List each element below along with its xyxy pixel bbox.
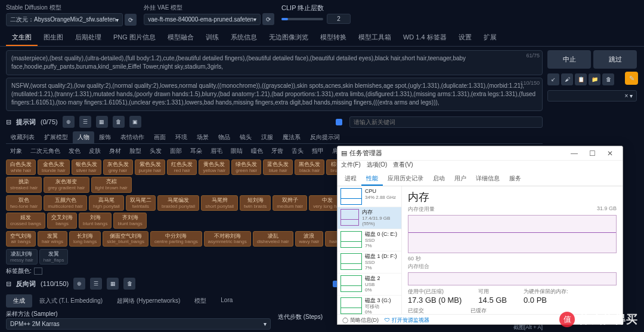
tag-chip[interactable]: 银色头发silver hair: [72, 159, 101, 175]
tag-chip[interactable]: 发翼hair wings: [38, 231, 67, 247]
tm-tab[interactable]: 应用历史记录: [383, 173, 428, 186]
main-tab-2[interactable]: 后期处理: [69, 30, 107, 46]
tm-tab[interactable]: 性能: [361, 173, 383, 186]
gen-tab[interactable]: Lora: [213, 294, 240, 308]
sub-tab[interactable]: 二次元角色: [26, 145, 64, 157]
tag-chip[interactable]: 姬发crossed bangs: [6, 213, 45, 228]
neg-btn-4[interactable]: 🗑: [123, 278, 135, 290]
main-tab-0[interactable]: 文生图: [6, 30, 38, 46]
main-tab-5[interactable]: 训练: [200, 30, 225, 46]
tm-tab[interactable]: 用户: [450, 173, 471, 186]
cat-tab[interactable]: 服饰: [94, 131, 116, 143]
cat-tab[interactable]: 收藏列表: [6, 131, 39, 143]
main-tab-1[interactable]: 图生图: [38, 30, 69, 46]
tag-chip[interactable]: 绿色头发green hair: [231, 159, 261, 175]
tag-chip[interactable]: 发翼hair_flaps: [39, 249, 69, 265]
tag-chip[interactable]: 亮棕light brown hair: [91, 177, 132, 192]
sub-tab[interactable]: 指甲: [308, 145, 328, 157]
positive-prompt[interactable]: 61/75 (masterpiece),(best quality),(ultr…: [6, 50, 543, 75]
interrupt-button[interactable]: 中止: [547, 50, 591, 69]
tag-btn-5[interactable]: ▣: [129, 116, 141, 128]
tag-chip[interactable]: 短刘海twin braids: [240, 195, 271, 211]
tag-chip[interactable]: 中分刘海centre parting bangs: [150, 231, 202, 247]
tag-chip[interactable]: 五颜六色multicolored hair: [44, 195, 87, 211]
tag-chip[interactable]: 不对称刘海asymmetric bangs: [204, 231, 251, 247]
tm-tab[interactable]: 进程: [340, 173, 361, 186]
tm-menu-item[interactable]: 文件(F): [341, 161, 361, 173]
tag-chip[interactable]: 白色头发white hair: [6, 159, 36, 175]
gen-tab[interactable]: 生成: [6, 294, 32, 308]
tag-chip[interactable]: 挑染streaked hair: [6, 177, 42, 192]
tag-chip[interactable]: 马尾辫short ponytail: [201, 195, 238, 211]
tm-menu-item[interactable]: 查看(V): [393, 161, 413, 173]
sub-tab[interactable]: 牙齿: [267, 145, 287, 157]
tag-chip[interactable]: 双马尾二twintails: [126, 195, 156, 211]
cat-tab[interactable]: 魔法系: [278, 131, 305, 143]
main-tab-7[interactable]: 无边图像浏览: [263, 30, 314, 46]
tm-menu-item[interactable]: 选项(O): [367, 161, 387, 173]
sub-tab[interactable]: 发色: [64, 145, 85, 157]
tag-chip[interactable]: 波浪wavy hair: [295, 231, 324, 247]
tag-checkbox[interactable]: [336, 119, 342, 125]
main-tab-8[interactable]: 模型转换: [314, 30, 352, 46]
skip-button[interactable]: 跳过: [593, 50, 637, 69]
edit-pencil-icon[interactable]: ✎: [625, 72, 638, 85]
tm-side-item[interactable]: 磁盘 2USB0%: [338, 273, 401, 296]
tag-chip[interactable]: 紫色头发purple hair: [135, 159, 166, 175]
sub-tab[interactable]: 面部: [166, 145, 186, 157]
tm-tab[interactable]: 详细信息: [471, 173, 504, 186]
cat-tab[interactable]: 人物: [73, 131, 94, 143]
main-tab-3[interactable]: PNG 图片信息: [107, 30, 162, 46]
tm-resource-monitor-link[interactable]: 🛡 打开资源监视器: [385, 316, 429, 324]
tag-chip[interactable]: 黑色头发black hair: [295, 159, 324, 175]
sub-tab[interactable]: 眉毛: [206, 145, 227, 157]
tag-chip[interactable]: 灰色头发grey hair: [103, 159, 133, 175]
negative-prompt[interactable]: 110/150 NSFW,(worst quality:2),(low qual…: [6, 78, 543, 111]
tag-chip[interactable]: 红色头发red hair: [167, 159, 197, 175]
tag-chip[interactable]: 金色头发blonde hair: [38, 159, 70, 175]
sub-tab[interactable]: 舌头: [287, 145, 308, 157]
close-icon[interactable]: ✕: [601, 149, 619, 158]
tm-tab[interactable]: 服务: [504, 173, 526, 186]
tag-btn-1[interactable]: ⊕: [63, 116, 75, 128]
minimize-icon[interactable]: —: [565, 149, 583, 158]
clip-value[interactable]: 2: [327, 14, 351, 24]
tag-chip[interactable]: 双辫子medium hair: [273, 195, 307, 211]
main-tab-11[interactable]: 设置: [453, 30, 478, 46]
tm-less-button[interactable]: ◯ 简略信息(D): [342, 316, 379, 324]
refresh-vae-icon[interactable]: ⟳: [262, 13, 274, 25]
tm-tab[interactable]: 启动: [428, 173, 450, 186]
tag-keyword-input[interactable]: [349, 116, 543, 128]
sub-tab[interactable]: 瞳色: [247, 145, 267, 157]
cat-tab[interactable]: 场景: [192, 131, 213, 143]
expand-neg-icon[interactable]: ⊟: [6, 280, 11, 288]
arrow-icon[interactable]: ↙: [547, 73, 559, 85]
tag-btn-4[interactable]: 🗑: [113, 116, 125, 128]
tag-chip[interactable]: 凌乱disheveled hair: [253, 231, 293, 247]
tag-chip[interactable]: 蓝色头发blue hair: [263, 159, 293, 175]
gen-tab[interactable]: 超网络 (Hypernetworks): [110, 294, 187, 308]
tag-chip[interactable]: 双色two-tone hair: [6, 195, 42, 211]
main-tab-4[interactable]: 模型融合: [162, 30, 200, 46]
sub-tab[interactable]: 头发: [145, 145, 166, 157]
clipboard-icon[interactable]: 📋: [575, 73, 587, 85]
tag-chip[interactable]: 灰色渐变grey gradient hair: [44, 177, 89, 192]
cat-tab[interactable]: 镜头: [235, 131, 256, 143]
refresh-sd-icon[interactable]: ⟳: [125, 14, 137, 26]
expand-icon[interactable]: ⊟: [6, 118, 11, 126]
clip-slider[interactable]: [281, 18, 323, 20]
cat-tab[interactable]: 扩展模型: [39, 131, 73, 143]
sub-tab[interactable]: 眼睛: [227, 145, 247, 157]
cat-tab[interactable]: 物品: [213, 131, 235, 143]
vae-select[interactable]: vae-ft-mse-840000-ema-pruned.safeten▾: [144, 14, 261, 25]
cat-tab[interactable]: 反向提示词: [305, 131, 345, 143]
neg-btn-3[interactable]: ▦: [107, 278, 119, 290]
sampler-select[interactable]: DPM++ 2M Karras▾: [6, 318, 271, 330]
main-tab-6[interactable]: 系统信息: [225, 30, 263, 46]
sub-tab[interactable]: 身材: [105, 145, 125, 157]
tag-chip[interactable]: 刘海blunt bangs: [79, 213, 112, 228]
tm-side-item[interactable]: 磁盘 3 (G:)可移动0%: [338, 296, 401, 314]
trash-icon[interactable]: 🗑: [602, 73, 614, 85]
tm-side-item[interactable]: CPU34% 2.88 GHz: [338, 186, 401, 207]
sd-model-select[interactable]: 二次元：AbyssOrangeMix2_sfw.safeten▾: [6, 13, 123, 26]
